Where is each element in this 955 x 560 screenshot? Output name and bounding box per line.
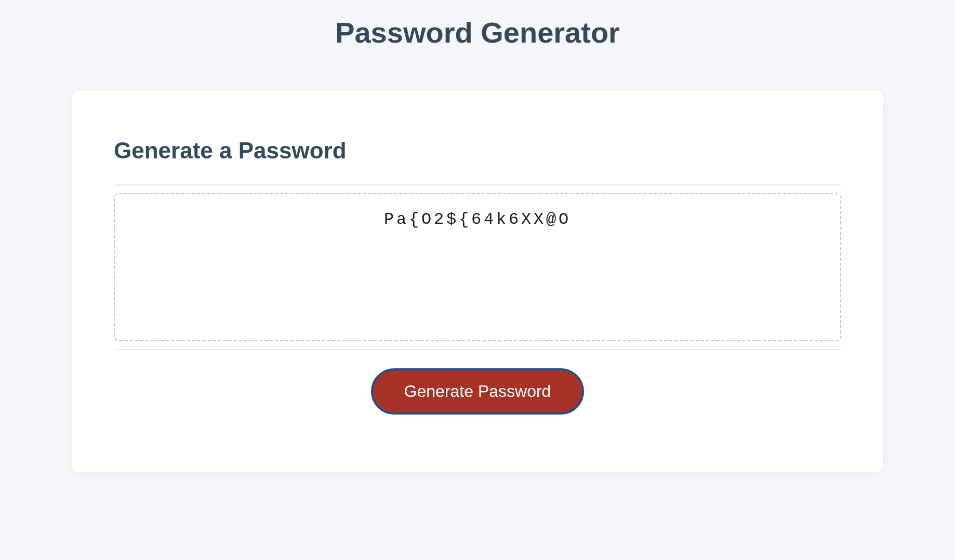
generator-card: Generate a Password Pa{O2${64k6XX@O Gene… (72, 91, 883, 472)
generate-password-button[interactable]: Generate Password (371, 368, 585, 415)
password-output: Pa{O2${64k6XX@O (114, 193, 841, 341)
page-title: Password Generator (0, 16, 955, 49)
password-output-wrapper: Pa{O2${64k6XX@O (114, 184, 841, 350)
generated-password-text: Pa{O2${64k6XX@O (384, 210, 571, 229)
card-title: Generate a Password (114, 138, 841, 164)
button-row: Generate Password (114, 368, 841, 415)
